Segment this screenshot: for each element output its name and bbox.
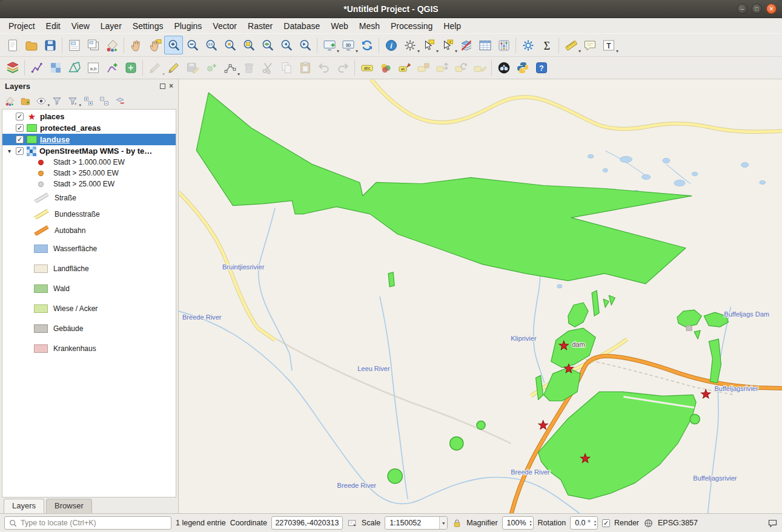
copy-features-icon[interactable] <box>277 59 296 77</box>
menu-processing[interactable]: Processing <box>385 19 438 33</box>
text-annotation-icon[interactable]: T▾ <box>599 36 618 54</box>
save-project-icon[interactable] <box>41 36 59 54</box>
chevron-down-icon[interactable]: ▾ <box>439 517 447 529</box>
menu-project[interactable]: Project <box>3 19 41 33</box>
menu-vector[interactable]: Vector <box>207 19 242 33</box>
spinner-arrows-icon[interactable]: ▴▾ <box>530 519 532 527</box>
menu-database[interactable]: Database <box>278 19 325 33</box>
layer-item-landuse[interactable]: ✓landuse <box>2 134 176 145</box>
layer-labeling-options-icon[interactable]: abc <box>357 59 376 77</box>
rotate-label-icon[interactable] <box>451 59 470 77</box>
current-edits-icon[interactable]: ▾ <box>145 59 164 77</box>
add-feature-icon[interactable] <box>202 59 220 77</box>
add-mesh-layer-icon[interactable] <box>65 59 84 77</box>
menu-web[interactable]: Web <box>325 19 354 33</box>
add-vector-layer-icon[interactable] <box>27 59 46 77</box>
style-manager-icon[interactable] <box>102 36 121 54</box>
pan-map-icon[interactable] <box>127 36 145 54</box>
undo-icon[interactable] <box>314 59 333 77</box>
save-layer-edits-icon[interactable] <box>183 59 202 77</box>
select-by-expression-icon[interactable]: ε▾ <box>438 36 457 54</box>
zoom-to-selection-icon[interactable] <box>239 36 258 54</box>
locate-search-input[interactable]: Type to locate (Ctrl+K) <box>4 516 171 530</box>
menu-layer[interactable]: Layer <box>95 19 127 33</box>
filter-by-expression-icon[interactable]: ε▾ <box>65 94 80 108</box>
messages-icon[interactable] <box>767 518 778 528</box>
processing-toolbox-icon[interactable] <box>519 36 537 54</box>
zoom-out-icon[interactable] <box>183 36 202 54</box>
open-project-icon[interactable] <box>22 36 41 54</box>
extent-toggle-icon[interactable] <box>347 518 357 528</box>
expand-all-icon[interactable] <box>81 94 96 108</box>
toggle-editing-icon[interactable] <box>164 59 183 77</box>
layer-visibility-checkbox[interactable]: ✓ <box>16 147 24 155</box>
change-label-icon[interactable] <box>470 59 489 77</box>
new-print-layout-icon[interactable] <box>65 36 84 54</box>
new-project-icon[interactable] <box>3 36 22 54</box>
menu-plugins[interactable]: Plugins <box>168 19 207 33</box>
map-canvas[interactable]: BruintjiesrivierBreede RiverKliprivierda… <box>179 79 782 513</box>
paste-features-icon[interactable] <box>296 59 314 77</box>
osm-place-search-icon[interactable] <box>494 59 513 77</box>
select-features-icon[interactable]: ▾ <box>419 36 438 54</box>
zoom-last-icon[interactable] <box>277 36 296 54</box>
run-feature-action-icon[interactable]: ▾ <box>400 36 419 54</box>
deselect-features-icon[interactable] <box>457 36 475 54</box>
vertex-tool-icon[interactable]: ▾ <box>220 59 239 77</box>
menu-edit[interactable]: Edit <box>41 19 66 33</box>
zoom-full-icon[interactable] <box>220 36 239 54</box>
show-layout-manager-icon[interactable] <box>84 36 102 54</box>
move-label-icon[interactable] <box>432 59 451 77</box>
add-delimited-text-layer-icon[interactable]: a,b <box>84 59 102 77</box>
zoom-native-icon[interactable]: 1:1 <box>202 36 220 54</box>
spinner-arrows-icon[interactable]: ▴▾ <box>594 519 596 527</box>
zoom-in-icon[interactable] <box>164 36 183 54</box>
remove-layer-icon[interactable] <box>113 94 127 108</box>
scale-combobox[interactable]: 1:150052 ▾ <box>385 516 448 530</box>
measure-line-icon[interactable]: ▾ <box>562 36 580 54</box>
pan-to-selection-icon[interactable] <box>145 36 164 54</box>
menu-raster[interactable]: Raster <box>242 19 278 33</box>
layer-item-openstreetmap-wms-by-te-[interactable]: ▾✓OpenStreetMap WMS - by te… <box>2 145 176 157</box>
layer-visibility-checkbox[interactable]: ✓ <box>16 113 24 120</box>
map-tips-icon[interactable] <box>580 36 599 54</box>
dock-float-icon[interactable] <box>160 84 165 89</box>
pin-labels-icon[interactable]: ab <box>395 59 414 77</box>
zoom-next-icon[interactable] <box>296 36 314 54</box>
add-raster-layer-icon[interactable] <box>46 59 65 77</box>
new-geopackage-layer-icon[interactable] <box>121 59 140 77</box>
close-icon[interactable] <box>766 4 777 14</box>
lock-scale-icon[interactable] <box>452 518 462 528</box>
zoom-to-layer-icon[interactable] <box>258 36 277 54</box>
coordinate-input[interactable]: 2270396,-4020313 <box>271 516 343 530</box>
manage-map-themes-icon[interactable]: ▾ <box>34 94 48 108</box>
menu-help[interactable]: Help <box>438 19 466 33</box>
layer-item-places[interactable]: ✓★places <box>2 111 176 122</box>
maximize-icon[interactable] <box>752 4 762 14</box>
rotation-spinbox[interactable]: 0.0 ° ▴▾ <box>570 516 598 530</box>
open-layer-styling-icon[interactable] <box>2 94 17 108</box>
help-contents-icon[interactable]: ? <box>532 59 551 77</box>
menu-settings[interactable]: Settings <box>127 19 169 33</box>
identify-features-icon[interactable]: i <box>382 36 400 54</box>
refresh-map-icon[interactable] <box>357 36 376 54</box>
highlight-pinned-labels-icon[interactable] <box>414 59 432 77</box>
layer-item-protected-areas[interactable]: ✓protected_areas <box>2 122 176 134</box>
cut-features-icon[interactable] <box>258 59 277 77</box>
menu-mesh[interactable]: Mesh <box>354 19 385 33</box>
crs-status[interactable]: EPSG:3857 <box>658 519 698 527</box>
crs-icon[interactable] <box>643 518 654 528</box>
statistics-panel-icon[interactable]: Σ <box>537 36 556 54</box>
collapse-all-icon[interactable] <box>97 94 111 108</box>
layer-visibility-checkbox[interactable]: ✓ <box>16 124 24 132</box>
new-3d-map-view-icon[interactable]: 3D▾ <box>339 36 357 54</box>
field-calculator-icon[interactable] <box>494 36 513 54</box>
layer-visibility-checkbox[interactable]: ✓ <box>16 136 24 143</box>
open-data-source-manager-icon[interactable] <box>3 59 22 77</box>
dock-tab-layers[interactable]: Layers <box>4 499 44 513</box>
dock-close-icon[interactable]: × <box>169 83 173 89</box>
menu-view[interactable]: View <box>66 19 95 33</box>
dock-tab-browser[interactable]: Browser <box>46 499 92 513</box>
new-shapefile-layer-icon[interactable] <box>102 59 121 77</box>
python-console-icon[interactable] <box>513 59 532 77</box>
